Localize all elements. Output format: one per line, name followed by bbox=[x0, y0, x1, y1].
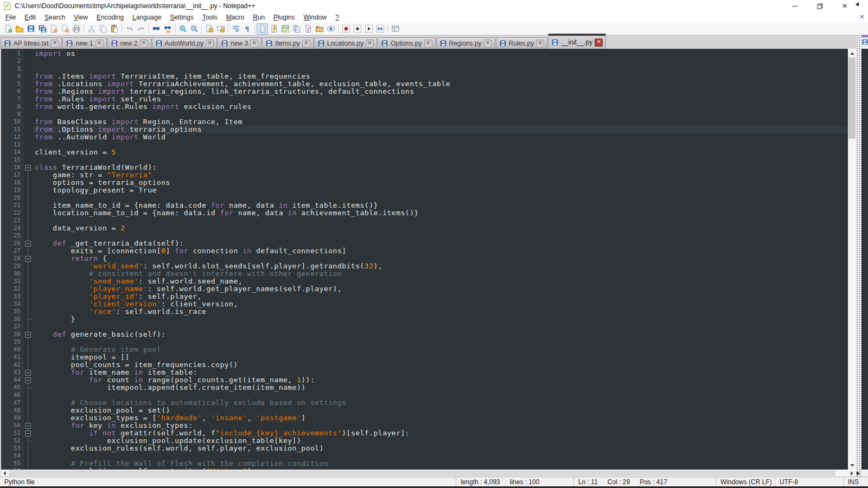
code-text[interactable]: from worlds.generic.Rules import exclusi… bbox=[33, 103, 848, 111]
restore-button[interactable] bbox=[807, 0, 832, 12]
code-text[interactable]: exits = [connection[0] for connection in… bbox=[33, 247, 848, 255]
tab-close-icon[interactable]: ✕ bbox=[536, 40, 544, 48]
second-view-tab[interactable] bbox=[861, 38, 868, 48]
paste-icon[interactable] bbox=[108, 23, 120, 35]
menu-item-search[interactable]: Search bbox=[40, 12, 69, 22]
scroll-left-icon[interactable] bbox=[0, 470, 8, 477]
tab-items-py[interactable]: Items.py✕ bbox=[262, 37, 313, 49]
code-text[interactable]: 'world_seed': self.world.slot_seeds[self… bbox=[33, 262, 848, 270]
code-text[interactable]: class TerrariaWorld(World): bbox=[33, 164, 848, 171]
code-text[interactable]: return { bbox=[33, 255, 848, 262]
code-text[interactable]: 'player_id': self.player, bbox=[33, 293, 848, 300]
minimize-button[interactable] bbox=[782, 0, 807, 12]
code-text[interactable]: from ..AutoWorld import World bbox=[33, 133, 848, 141]
code-text[interactable] bbox=[33, 391, 848, 399]
code-text[interactable]: game: str = "Terraria" bbox=[33, 171, 848, 179]
document-map-icon[interactable] bbox=[279, 23, 291, 35]
code-text[interactable]: location_name_to_id = {name: data.id for… bbox=[33, 209, 848, 217]
tab-close-icon[interactable]: ✕ bbox=[302, 40, 310, 48]
folder-as-workspace-icon[interactable] bbox=[314, 23, 325, 35]
code-text[interactable]: def _get_terraria_data(self): bbox=[33, 240, 848, 247]
tab-scroll-left-icon[interactable] bbox=[853, 2, 859, 7]
menu-item-encoding[interactable]: Encoding bbox=[92, 12, 128, 22]
tab-close-icon[interactable]: ✕ bbox=[366, 40, 374, 48]
code-text[interactable]: if not getattr(self.world, f"include_{ke… bbox=[33, 429, 848, 437]
zoom-out-icon[interactable] bbox=[188, 23, 200, 35]
sync-scroll-horizontal-icon[interactable] bbox=[215, 23, 226, 35]
fold-collapse-icon[interactable] bbox=[25, 256, 31, 262]
code-text[interactable]: topology_present = True bbox=[33, 187, 848, 194]
file-monitoring-icon[interactable] bbox=[325, 23, 336, 35]
tab-close-icon[interactable]: ✕ bbox=[424, 40, 432, 48]
tab-autoworld-py[interactable]: AutoWorld.py✕ bbox=[152, 37, 218, 49]
code-text[interactable]: # Choose locations to automatically excl… bbox=[33, 399, 848, 407]
fold-collapse-icon[interactable] bbox=[25, 165, 31, 171]
code-text[interactable]: exclusion_pool.update(exclusion_table[ke… bbox=[33, 437, 848, 445]
menu-item-view[interactable]: View bbox=[69, 12, 92, 22]
code-text[interactable]: # Prefill the Wall of Flesh with the com… bbox=[33, 460, 848, 467]
open-file-icon[interactable] bbox=[14, 23, 25, 35]
code-text[interactable]: pool_counts = item_frequencies.copy() bbox=[33, 361, 848, 369]
code-text[interactable] bbox=[33, 338, 848, 346]
tab-new-3[interactable]: new 3✕ bbox=[218, 37, 261, 49]
vertical-scrollbar-thumb[interactable] bbox=[848, 57, 856, 139]
fold-collapse-icon[interactable] bbox=[25, 377, 31, 383]
tab-close-icon[interactable]: ✕ bbox=[250, 40, 258, 48]
code-text[interactable]: 'race': self.world.is_race bbox=[33, 308, 848, 316]
menu-item-edit[interactable]: Edit bbox=[20, 12, 40, 22]
code-text[interactable]: for item_name in item_table: bbox=[33, 369, 848, 376]
code-text[interactable] bbox=[33, 57, 848, 65]
code-editor[interactable]: 1import os234from .Items import Terraria… bbox=[0, 49, 848, 471]
fold-collapse-icon[interactable] bbox=[25, 241, 31, 247]
horizontal-scrollbar[interactable] bbox=[0, 470, 856, 477]
fold-collapse-icon[interactable] bbox=[25, 431, 31, 436]
title-bar[interactable]: C:\Users\Dood\Documents\tmp\Archipelago\… bbox=[0, 0, 868, 12]
tab-new-2[interactable]: new 2✕ bbox=[107, 37, 151, 49]
code-text[interactable]: exclusion_types = ['hardmode', 'insane',… bbox=[33, 414, 848, 422]
menu-item-window[interactable]: Window bbox=[299, 12, 331, 22]
code-text[interactable]: } bbox=[33, 316, 848, 323]
menu-item-help[interactable]: ? bbox=[331, 12, 343, 22]
menu-item-run[interactable]: Run bbox=[248, 12, 269, 22]
show-indent-guide-icon[interactable] bbox=[257, 23, 268, 35]
macro-stop-icon[interactable] bbox=[352, 23, 363, 35]
tab-close-icon[interactable]: ✕ bbox=[140, 40, 148, 48]
tab-regions-py[interactable]: Regions.py✕ bbox=[436, 37, 495, 49]
document-list-icon[interactable] bbox=[291, 23, 302, 35]
menu-close-icon[interactable]: ✕ bbox=[859, 13, 865, 21]
cut-icon[interactable] bbox=[86, 23, 97, 35]
code-text[interactable]: # consistent and doesn't interfere with … bbox=[33, 270, 848, 278]
code-text[interactable]: from .Regions import terraria_regions, l… bbox=[33, 88, 848, 95]
code-text[interactable]: options = terraria_options bbox=[33, 179, 848, 187]
undo-icon[interactable] bbox=[124, 23, 135, 35]
second-view-editor[interactable] bbox=[861, 49, 868, 470]
code-text[interactable]: itempool = [] bbox=[33, 354, 848, 361]
find-icon[interactable] bbox=[150, 23, 162, 35]
tab-close-icon[interactable]: ✕ bbox=[50, 40, 59, 48]
menu-item-language[interactable]: Language bbox=[128, 12, 165, 22]
fold-collapse-icon[interactable] bbox=[25, 370, 31, 376]
code-text[interactable]: from .Options import terraria_options bbox=[33, 126, 848, 133]
fold-collapse-icon[interactable] bbox=[25, 423, 31, 429]
code-text[interactable]: from BaseClasses import Region, Entrance… bbox=[33, 118, 848, 126]
code-text[interactable]: for count in range(pool_counts.get(item_… bbox=[33, 376, 848, 384]
save-all-icon[interactable] bbox=[36, 23, 48, 35]
tab-rules-py[interactable]: Rules.py✕ bbox=[496, 37, 548, 49]
view-splitter[interactable] bbox=[856, 35, 861, 477]
code-text[interactable]: exclusion_pool = set() bbox=[33, 407, 848, 414]
code-text[interactable]: from .Items import TerrariaItem, item_ta… bbox=[33, 73, 848, 80]
code-text[interactable]: for key in exclusion_types: bbox=[33, 422, 848, 429]
macro-run-multiple-icon[interactable] bbox=[374, 23, 386, 35]
function-completion-icon[interactable] bbox=[268, 23, 279, 35]
code-text[interactable]: 'player_name': self.world.get_player_nam… bbox=[33, 285, 848, 293]
tab-close-icon[interactable]: ✕ bbox=[484, 40, 492, 48]
new-file-icon[interactable] bbox=[2, 23, 14, 35]
code-text[interactable]: 'client_version': client_version, bbox=[33, 300, 848, 308]
menu-item-tools[interactable]: Tools bbox=[198, 12, 222, 22]
show-all-characters-icon[interactable]: ¶ bbox=[241, 23, 253, 35]
code-text[interactable] bbox=[33, 156, 848, 164]
word-wrap-icon[interactable] bbox=[230, 23, 241, 35]
code-text[interactable] bbox=[33, 111, 848, 118]
code-text[interactable]: item_name_to_id = {name: data.code for n… bbox=[33, 202, 848, 209]
code-text[interactable]: import os bbox=[33, 50, 848, 57]
